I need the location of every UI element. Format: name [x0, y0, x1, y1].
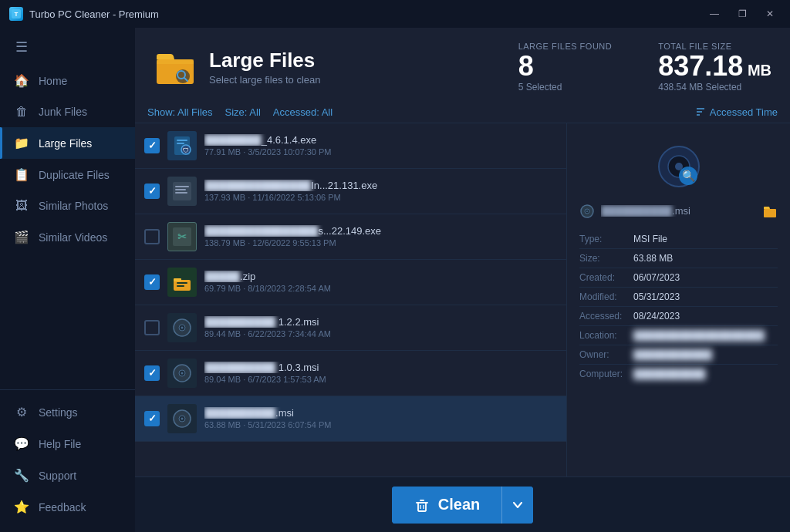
stat-size: TOTAL FILE SIZE 837.18 MB 438.54 MB Sele…: [658, 42, 771, 93]
svg-text:T: T: [15, 11, 19, 18]
filter-accessed[interactable]: Accessed: All: [273, 106, 333, 118]
file-meta-2: 137.93 MB · 11/16/2022 5:13:06 PM: [204, 193, 557, 202]
sort-label: Accessed Time: [710, 106, 778, 118]
file-item-2[interactable]: ███████████████In...21.131.exe 137.93 MB…: [135, 169, 566, 214]
detail-row-modified: Modified: 05/31/2023: [579, 288, 778, 307]
file-thumb-4: [167, 268, 197, 297]
file-name-7: ██████████.msi: [204, 407, 557, 419]
detail-row-accessed: Accessed: 08/24/2023: [579, 307, 778, 326]
file-item-4[interactable]: █████.zip 69.79 MB · 8/18/2023 2:28:54 A…: [135, 260, 566, 305]
clean-button[interactable]: Clean: [392, 487, 533, 524]
close-button[interactable]: ✕: [759, 6, 781, 22]
file-checkbox-6[interactable]: [144, 365, 160, 381]
sidebar: ☰ 🏠 Home 🗑 Junk Files 📁 Large Files 📋 Du…: [0, 28, 135, 532]
file-info-1: ████████_4.6.1.4.exe 77.91 MB · 3/5/2023…: [204, 134, 557, 157]
filter-show[interactable]: Show: All Files: [147, 106, 213, 118]
owner-label: Owner:: [579, 349, 633, 360]
sidebar-item-help[interactable]: 💬 Help File: [0, 428, 135, 460]
detail-row-type: Type: MSI File: [579, 230, 778, 249]
file-checkbox-3[interactable]: [144, 229, 160, 244]
file-meta-3: 138.79 MB · 12/6/2022 9:55:13 PM: [204, 238, 557, 247]
svg-rect-11: [177, 140, 187, 141]
junk-icon: 🗑: [14, 105, 29, 119]
svg-rect-42: [764, 209, 776, 217]
accessed-value: 08/24/2023: [633, 311, 778, 322]
svg-rect-16: [175, 186, 189, 187]
sidebar-label-photos: Similar Photos: [39, 200, 108, 212]
sidebar-label-support: Support: [39, 470, 76, 482]
hamburger-menu-icon[interactable]: ☰: [0, 28, 135, 62]
minimize-button[interactable]: —: [704, 6, 725, 22]
modified-value: 05/31/2023: [633, 291, 778, 302]
file-info-3: ████████████████s...22.149.exe 138.79 MB…: [204, 225, 557, 247]
sidebar-item-support[interactable]: 🔧 Support: [0, 460, 135, 491]
file-name-4: █████.zip: [204, 271, 557, 282]
file-name-3: ████████████████s...22.149.exe: [204, 225, 557, 237]
file-list: 🛡 ████████_4.6.1.4.exe 77.91 MB · 3/5/20…: [135, 123, 567, 476]
owner-value: ████████████: [633, 349, 778, 360]
file-checkbox-1[interactable]: [144, 138, 160, 153]
photos-icon: 🖼: [14, 199, 29, 213]
sidebar-item-feedback[interactable]: ⭐ Feedback: [0, 491, 135, 523]
svg-rect-17: [175, 189, 186, 190]
file-item-7[interactable]: ██████████.msi 63.88 MB · 5/31/2023 6:07…: [135, 396, 566, 442]
clean-dropdown-button[interactable]: [502, 487, 533, 524]
svg-rect-23: [177, 282, 187, 284]
file-checkbox-7[interactable]: [144, 411, 160, 426]
file-item-1[interactable]: 🛡 ████████_4.6.1.4.exe 77.91 MB · 3/5/20…: [135, 123, 566, 169]
computer-value: ███████████: [633, 369, 778, 379]
clean-button-main[interactable]: Clean: [392, 487, 501, 524]
detail-disk-icon: 🔍: [656, 143, 702, 190]
size-key-label: Size:: [579, 253, 633, 264]
sidebar-item-similar-photos[interactable]: 🖼 Similar Photos: [0, 190, 135, 221]
size-sub: 438.54 MB Selected: [658, 82, 771, 93]
file-thumb-2: [167, 177, 197, 206]
file-checkbox-2[interactable]: [144, 184, 160, 199]
filter-size[interactable]: Size: All: [225, 106, 261, 118]
svg-text:🛡: 🛡: [183, 147, 189, 154]
sort-control[interactable]: Accessed Time: [695, 106, 778, 118]
file-item-5[interactable]: ██████████ 1.2.2.msi 89.44 MB · 6/22/202…: [135, 305, 566, 351]
large-files-icon: 📁: [14, 136, 29, 150]
file-checkbox-5[interactable]: [144, 320, 160, 335]
location-value: ████████████████████: [633, 330, 778, 341]
file-name-1: ████████_4.6.1.4.exe: [204, 134, 557, 146]
file-checkbox-4[interactable]: [144, 274, 160, 290]
file-name-6: ██████████ 1.0.3.msi: [204, 362, 557, 373]
svg-rect-3: [157, 59, 194, 64]
detail-row-created: Created: 06/07/2023: [579, 268, 778, 288]
help-icon: 💬: [14, 436, 29, 451]
file-name-2: ███████████████In...21.131.exe: [204, 180, 557, 191]
found-value: 8: [518, 51, 613, 82]
stats-area: LARGE FILES FOUND 8 5 Selected TOTAL FIL…: [518, 42, 771, 93]
clean-button-label: Clean: [438, 496, 480, 513]
sidebar-item-junk-files[interactable]: 🗑 Junk Files: [0, 96, 135, 127]
svg-text:✂: ✂: [177, 231, 187, 243]
detail-row-size: Size: 63.88 MB: [579, 249, 778, 268]
computer-label: Computer:: [579, 369, 633, 379]
page-title: Large Files: [209, 49, 518, 72]
sidebar-item-duplicate-files[interactable]: 📋 Duplicate Files: [0, 159, 135, 190]
sidebar-item-similar-videos[interactable]: 🎬 Similar Videos: [0, 221, 135, 253]
file-meta-6: 89.04 MB · 6/7/2023 1:57:53 AM: [204, 375, 557, 384]
detail-row-computer: Computer: ███████████: [579, 365, 778, 383]
file-info-5: ██████████ 1.2.2.msi 89.44 MB · 6/22/202…: [204, 316, 557, 338]
sidebar-item-home[interactable]: 🏠 Home: [0, 65, 135, 96]
sidebar-label-home: Home: [39, 75, 67, 87]
file-item-3[interactable]: ✂ ████████████████s...22.149.exe 138.79 …: [135, 214, 566, 260]
file-name-5: ██████████ 1.2.2.msi: [204, 316, 557, 328]
sidebar-item-settings[interactable]: ⚙ Settings: [0, 396, 135, 428]
page-header: Large Files Select large files to clean …: [135, 28, 790, 102]
file-info-4: █████.zip 69.79 MB · 8/18/2023 2:28:54 A…: [204, 271, 557, 293]
maximize-button[interactable]: ❐: [731, 6, 753, 22]
size-key-value: 63.88 MB: [633, 253, 778, 264]
settings-icon: ⚙: [14, 405, 29, 419]
content-area: Large Files Select large files to clean …: [135, 28, 790, 532]
detail-rows: Type: MSI File Size: 63.88 MB Created: 0…: [579, 230, 778, 383]
svg-rect-18: [175, 192, 187, 194]
sidebar-label-videos: Similar Videos: [39, 231, 107, 244]
sidebar-item-large-files[interactable]: 📁 Large Files: [0, 127, 135, 159]
file-item-6[interactable]: ██████████ 1.0.3.msi 89.04 MB · 6/7/2023…: [135, 351, 566, 396]
detail-row-location: Location: ████████████████████: [579, 326, 778, 345]
svg-rect-22: [174, 278, 181, 281]
